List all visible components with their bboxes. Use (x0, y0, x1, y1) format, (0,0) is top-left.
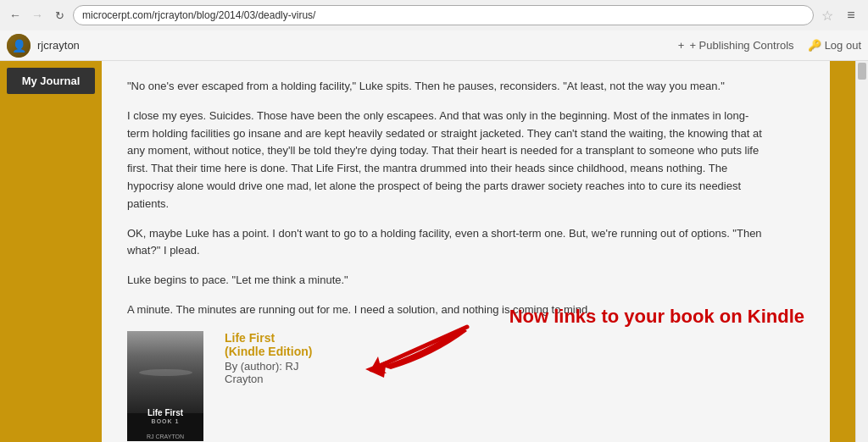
logout-label: Log out (825, 39, 861, 52)
book-cover: Life First BOOK 1 RJ CRAYTON (127, 331, 203, 441)
back-button[interactable]: ← (7, 7, 24, 24)
browser-chrome: ← → ↻ microcerpt.com/rjcrayton/blog/2014… (0, 0, 868, 61)
book-info-area: Life First (Kindle Edition) By (author):… (225, 331, 804, 390)
key-icon: 🔑 (808, 39, 821, 52)
book-author: By (author): RJ Crayton (225, 360, 314, 385)
paragraph-4: Luke begins to pace. "Let me think a min… (127, 272, 763, 290)
avatar: 👤 (7, 34, 31, 58)
content-area: "No one's ever escaped from a holding fa… (127, 78, 763, 319)
book-cover-title-text: Life First BOOK 1 (131, 408, 199, 425)
main-content: "No one's ever escaped from a holding fa… (102, 61, 830, 442)
book-section: Life First BOOK 1 RJ CRAYTON See larger … (127, 331, 804, 442)
scrollbar[interactable] (855, 61, 868, 442)
page-layout: My Journal "No one's ever escaped from a… (0, 61, 868, 442)
svg-line-0 (378, 327, 467, 367)
book-image-container: Life First BOOK 1 RJ CRAYTON See larger … (127, 331, 208, 442)
by-label: By (author): (225, 360, 282, 373)
arrow-area (331, 314, 501, 390)
book-info: Life First (Kindle Edition) By (author):… (225, 331, 314, 385)
avatar-image: 👤 (7, 34, 31, 58)
publishing-controls-button[interactable]: + + Publishing Controls (678, 39, 794, 52)
paragraph-2: I close my eyes. Suicides. Those have be… (127, 108, 763, 213)
forward-button[interactable]: → (29, 7, 46, 24)
paragraph-3: OK, maybe Luke has a point. I don't want… (127, 225, 763, 261)
url-text: microcerpt.com/rjcrayton/blog/2014/03/de… (82, 9, 315, 21)
publishing-controls-label: + Publishing Controls (689, 39, 793, 52)
sidebar: My Journal (0, 61, 102, 442)
address-bar[interactable]: microcerpt.com/rjcrayton/blog/2014/03/de… (73, 5, 814, 25)
right-sidebar (830, 61, 855, 442)
plus-icon: + (678, 39, 685, 52)
scrollbar-thumb[interactable] (858, 63, 866, 80)
menu-button[interactable]: ≡ (841, 7, 861, 24)
browser-nav-row: 👤 rjcrayton + + Publishing Controls 🔑 Lo… (0, 30, 868, 61)
book-cover-author-text: RJ CRAYTON (127, 434, 203, 439)
bookmark-button[interactable]: ☆ (819, 7, 836, 24)
logout-button[interactable]: 🔑 Log out (808, 39, 861, 52)
paragraph-1: "No one's ever escaped from a holding fa… (127, 78, 763, 96)
username-label: rjcrayton (37, 39, 80, 52)
reload-button[interactable]: ↻ (51, 7, 68, 24)
my-journal-button[interactable]: My Journal (7, 68, 95, 94)
annotation-container: Now links to your book on Kindle (331, 314, 804, 390)
browser-toolbar: ← → ↻ microcerpt.com/rjcrayton/blog/2014… (0, 0, 868, 30)
kindle-annotation-text: Now links to your book on Kindle (509, 306, 804, 328)
arrow-svg (331, 314, 501, 390)
book-title[interactable]: Life First (Kindle Edition) (225, 331, 314, 358)
